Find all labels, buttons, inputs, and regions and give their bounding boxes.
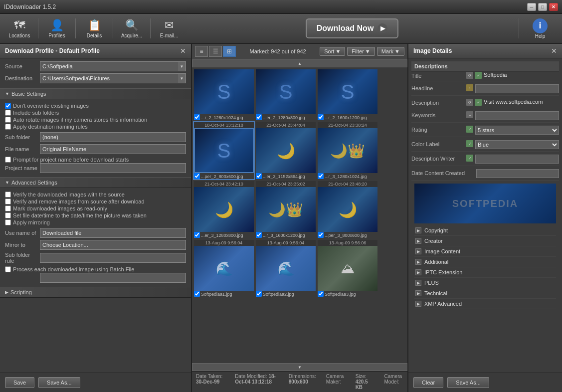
readonly-checkbox[interactable] (5, 205, 11, 211)
list-item[interactable]: 13-Aug-09 9:56:04 🌊 Softpediaa1.jpg (194, 240, 254, 297)
check-icon-2[interactable]: ✓ (475, 99, 482, 106)
list-item[interactable]: 18-Oct-04 13:12:18 S ...per_2_800x600.jp… (194, 122, 254, 179)
iptc-item[interactable]: ▶ IPTC Extension (414, 267, 556, 278)
file-name-input[interactable] (40, 144, 186, 154)
date-created-input[interactable] (476, 169, 559, 178)
sort-button[interactable]: Sort ▼ (320, 47, 345, 56)
image-checkbox[interactable] (194, 114, 200, 120)
sync-icon-2[interactable]: ⟳ (466, 99, 473, 106)
image-content-item[interactable]: ▶ Image Content (414, 246, 556, 257)
verify-remove-checkbox[interactable] (5, 198, 11, 204)
list-item[interactable]: 21-Oct-04 23:38:24 🌙👑 ...r_3_1280x1024.j… (318, 122, 377, 179)
plus-item[interactable]: ▶ PLUS (414, 278, 556, 288)
close-button[interactable]: ✕ (549, 3, 558, 11)
profiles-button[interactable]: 👤 Profiles (39, 15, 74, 42)
image-checkbox[interactable] (194, 173, 200, 179)
list-item[interactable]: 21-Oct-04 23:42:10 🌙 ...er_3_1280x800.jp… (194, 181, 254, 238)
image-checkbox[interactable] (194, 232, 200, 238)
image-checkbox[interactable] (318, 232, 324, 238)
save-as-button[interactable]: Save As... (38, 377, 80, 388)
image-checkbox[interactable] (256, 173, 262, 179)
mirror-to-input[interactable] (40, 240, 186, 250)
right-panel-close-button[interactable]: ✕ (551, 47, 557, 55)
source-input[interactable] (40, 61, 178, 71)
right-save-as-button[interactable]: Save As... (447, 377, 489, 388)
sub-folders-checkbox[interactable] (5, 110, 11, 116)
acquire-button[interactable]: 🔍 Acquire... (114, 15, 149, 42)
sub-folder-input[interactable] (40, 132, 186, 142)
use-name-input[interactable] (40, 228, 186, 238)
auto-rotate-checkbox[interactable] (5, 117, 11, 123)
scroll-down-button[interactable]: ▼ (192, 363, 407, 371)
no-overwrite-checkbox[interactable] (5, 103, 11, 109)
email-button[interactable]: ✉ E-mail... (152, 15, 187, 42)
rating-check-icon[interactable]: ✓ (466, 126, 473, 133)
desc-writer-check-icon[interactable]: ✓ (466, 155, 473, 162)
clear-button[interactable]: Clear (413, 377, 443, 388)
project-name-input[interactable] (40, 163, 186, 173)
filter-button[interactable]: Filter ▼ (347, 47, 375, 56)
locations-button[interactable]: 🗺 Locations (2, 15, 37, 42)
color-check-icon[interactable]: ✓ (466, 140, 473, 147)
image-checkbox[interactable] (318, 173, 324, 179)
verify-checkbox[interactable] (5, 192, 11, 197)
scripting-header[interactable]: ▶ Scripting (0, 287, 191, 298)
keywords-arrow-icon[interactable]: ⌄ (466, 111, 473, 118)
rating-select[interactable]: 5 stars 4 stars 3 stars 2 stars 1 star (475, 126, 559, 135)
source-dropdown-button[interactable]: ▼ (178, 61, 186, 71)
image-checkbox[interactable] (256, 114, 262, 120)
image-checkbox[interactable] (318, 291, 324, 297)
image-checkbox[interactable] (256, 232, 262, 238)
list-item[interactable]: 21-Oct-04 23:48:20 🌙 ...per_3_800x600.jp… (318, 181, 377, 238)
list-item[interactable]: S ...r_2_1600x1200.jpg (318, 69, 377, 120)
left-panel-close-button[interactable]: ✕ (180, 47, 186, 55)
details-button[interactable]: 📋 Details (77, 15, 112, 42)
copyright-item[interactable]: ▶ Copyright (414, 225, 556, 236)
batch-checkbox[interactable] (5, 266, 11, 272)
image-checkbox[interactable] (318, 114, 324, 120)
minimize-button[interactable]: ─ (527, 3, 536, 11)
list-item[interactable]: S ...er_2_1280x800.jpg (256, 69, 316, 120)
check-icon[interactable]: ✓ (475, 72, 482, 79)
keywords-input[interactable] (475, 111, 559, 120)
date-created-field-label: Date Content Created (411, 169, 466, 176)
maximize-button[interactable]: □ (538, 3, 547, 11)
naming-rules-checkbox[interactable] (5, 124, 11, 130)
project-name-checkbox[interactable] (5, 157, 11, 163)
basic-settings-header[interactable]: ▼ Basic Settings (0, 88, 191, 99)
filetime-checkbox[interactable] (5, 212, 11, 218)
download-now-button[interactable]: Download Now ▶ (306, 18, 399, 38)
mirroring-checkbox[interactable] (5, 219, 11, 225)
image-checkbox[interactable] (256, 291, 262, 297)
list-item[interactable]: S ...r_2_1280x1024.jpg (194, 69, 254, 120)
sub-folder-rule-input[interactable] (40, 253, 186, 263)
xmp-item[interactable]: ▶ XMP Advanced (414, 299, 556, 309)
warning-icon[interactable]: ! (466, 84, 473, 91)
technical-item[interactable]: ▶ Technical (414, 288, 556, 299)
headline-input[interactable] (475, 84, 559, 93)
destination-input[interactable] (40, 73, 178, 83)
image-checkbox[interactable] (194, 291, 200, 297)
desc-writer-input[interactable] (475, 155, 559, 164)
color-label-select[interactable]: Blue Red Green Yellow (475, 140, 559, 149)
image-filename: ...per_3_800x600.jpg (325, 233, 367, 238)
save-button[interactable]: Save (5, 377, 34, 388)
destination-dropdown-button[interactable]: ▼ (178, 73, 186, 83)
advanced-settings-header[interactable]: ▼ Advanced Settings (0, 177, 191, 188)
creator-item[interactable]: ▶ Creator (414, 236, 556, 246)
additional-item[interactable]: ▶ Additional (414, 257, 556, 267)
play-icon: ▶ (377, 23, 387, 33)
locations-icon: 🗺 (14, 19, 25, 32)
list-item[interactable]: 21-Oct-04 23:44:04 🌙 ...er_3_1152x864.jp… (256, 122, 316, 179)
detail-view-button[interactable]: ☰ (209, 46, 222, 57)
help-button[interactable]: i Help (520, 15, 560, 42)
batch-input[interactable] (40, 273, 186, 283)
list-view-button[interactable]: ≡ (195, 46, 208, 57)
mark-button[interactable]: Mark ▼ (377, 47, 404, 56)
list-item[interactable]: 13-Aug-09 9:56:06 ⛰ Softpediaa3.jpg (318, 240, 377, 297)
scroll-up-button[interactable]: ▲ (192, 59, 407, 67)
list-item[interactable]: 21-Oct-04 23:35:02 🌙👑 ...r_3_1600x1200.j… (256, 181, 316, 238)
grid-view-button[interactable]: ⊞ (223, 46, 236, 57)
sync-icon[interactable]: ⟳ (466, 72, 473, 79)
list-item[interactable]: 13-Aug-09 9:56:04 🌊 Softpediaa2.jpg (256, 240, 316, 297)
